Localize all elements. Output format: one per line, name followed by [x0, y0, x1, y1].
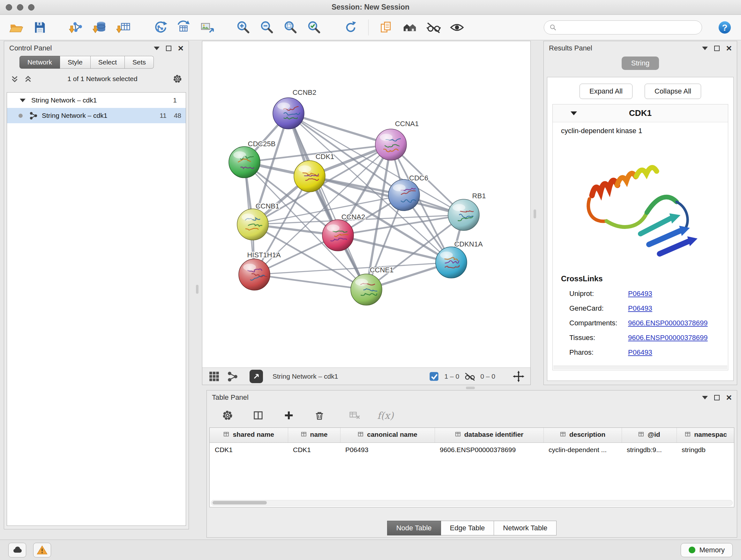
- export-view-button[interactable]: [250, 370, 263, 383]
- network-overview-icon[interactable]: [226, 370, 239, 382]
- column-header-shared-name[interactable]: shared name: [210, 428, 288, 442]
- float-window-icon[interactable]: [166, 46, 172, 51]
- birdseye-view-icon[interactable]: [208, 370, 220, 382]
- copy-document-button[interactable]: [378, 18, 394, 37]
- collapse-all-button[interactable]: Collapse All: [645, 84, 701, 99]
- network-node-CDK1[interactable]: CDK1: [294, 152, 334, 192]
- table-options-button[interactable]: [219, 407, 235, 424]
- expand-all-icon[interactable]: [23, 74, 33, 84]
- delete-column-button[interactable]: [312, 407, 327, 424]
- selected-counts: 1 – 0: [445, 373, 460, 380]
- collapse-all-icon[interactable]: [10, 74, 19, 84]
- help-button[interactable]: ?: [717, 18, 733, 37]
- zoom-in-button[interactable]: [235, 18, 252, 37]
- crosslink-link[interactable]: 9606.ENSP00000378699: [628, 334, 708, 342]
- crosslink-link[interactable]: P06493: [628, 348, 652, 357]
- panel-menu-icon[interactable]: [154, 47, 159, 50]
- crosslink-row: GeneCard:P06493: [561, 301, 720, 316]
- close-panel-icon[interactable]: ×: [726, 44, 732, 53]
- close-panel-icon[interactable]: ×: [726, 393, 732, 402]
- hidden-glasses-icon[interactable]: [464, 370, 476, 382]
- splitter-handle[interactable]: [466, 387, 475, 389]
- string-results-tab[interactable]: String: [622, 57, 659, 70]
- memory-button[interactable]: Memory: [681, 543, 733, 557]
- crosslink-link[interactable]: 9606.ENSP00000378699: [628, 319, 708, 327]
- hide-elements-button[interactable]: [425, 18, 441, 37]
- network-row[interactable]: String Network – cdk1 11 48: [7, 108, 186, 123]
- gear-icon[interactable]: [172, 73, 183, 84]
- tab-sets[interactable]: Sets: [125, 56, 154, 69]
- column-header-database-identifier[interactable]: database identifier: [434, 428, 543, 442]
- import-table-icon: [116, 20, 131, 35]
- float-window-icon[interactable]: [714, 395, 720, 400]
- zoom-window-button[interactable]: [28, 4, 35, 10]
- new-table-button[interactable]: [176, 18, 192, 37]
- tab-network-table[interactable]: Network Table: [494, 521, 556, 536]
- tab-network[interactable]: Network: [19, 56, 60, 69]
- panel-menu-icon[interactable]: [702, 396, 708, 399]
- selected-checkbox-icon[interactable]: [428, 370, 440, 382]
- results-scrollbar[interactable]: [553, 366, 727, 369]
- scrollbar-thumb[interactable]: [212, 501, 267, 504]
- disclosure-triangle-icon[interactable]: [20, 99, 25, 102]
- tab-style[interactable]: Style: [60, 56, 91, 69]
- close-button[interactable]: [6, 4, 12, 10]
- tab-edge-table[interactable]: Edge Table: [441, 521, 494, 536]
- import-table-file-button[interactable]: [116, 18, 131, 37]
- network-canvas[interactable]: CCNB2CCNA1CDC25BCDK1CDC6RB1CCNB1CCNA2CDK…: [202, 41, 530, 368]
- column-header-canonical-name[interactable]: canonical name: [340, 428, 434, 442]
- network-node-CCNB1[interactable]: CCNB1: [237, 202, 279, 240]
- zoom-out-button[interactable]: [259, 18, 275, 37]
- zoom-selected-button[interactable]: [307, 18, 322, 37]
- crosslink-link[interactable]: P06493: [628, 290, 652, 298]
- home-views-button[interactable]: [402, 18, 418, 37]
- table-cell: CDK1: [210, 442, 288, 457]
- show-elements-button[interactable]: [449, 18, 465, 37]
- minimize-button[interactable]: [17, 4, 23, 10]
- new-network-button[interactable]: [152, 18, 168, 37]
- create-column-button[interactable]: [281, 407, 297, 424]
- import-network-database-button[interactable]: [92, 18, 108, 37]
- pan-crosshair-icon[interactable]: [513, 370, 525, 382]
- show-columns-button[interactable]: [250, 407, 266, 424]
- tab-node-table[interactable]: Node Table: [387, 521, 441, 536]
- splitter-handle[interactable]: [196, 285, 199, 294]
- network-node-CCNB2[interactable]: CCNB2: [273, 88, 316, 129]
- delete-table-button-disabled[interactable]: [347, 407, 362, 424]
- tab-select[interactable]: Select: [91, 56, 125, 69]
- column-header-name[interactable]: name: [288, 428, 340, 442]
- splitter-handle[interactable]: [534, 209, 536, 219]
- float-window-icon[interactable]: [714, 46, 720, 51]
- collapse-section-icon[interactable]: [570, 111, 577, 115]
- save-session-button[interactable]: [32, 18, 48, 37]
- column-header-description[interactable]: description: [543, 428, 622, 442]
- network-node-HIST1H1A[interactable]: HIST1H1A: [239, 251, 281, 290]
- column-header--id[interactable]: @id: [622, 428, 677, 442]
- cloud-status-button[interactable]: [8, 543, 26, 557]
- network-node-RB1[interactable]: RB1: [448, 192, 486, 231]
- apply-layout-button[interactable]: [343, 18, 359, 37]
- search-input[interactable]: [559, 23, 697, 31]
- main-toolbar: ?: [0, 15, 741, 40]
- table-row[interactable]: CDK1CDK1P064939606.ENSP00000378699cyclin…: [210, 442, 734, 457]
- crosslink-row: Compartments:9606.ENSP00000378699: [561, 316, 720, 330]
- protein-section-header[interactable]: CDK1: [553, 105, 728, 122]
- network-node-label: CDC6: [409, 174, 428, 182]
- table-panel-title: Table Panel: [212, 393, 249, 401]
- column-header-namespac[interactable]: namespac: [677, 428, 734, 442]
- import-network-file-button[interactable]: [68, 18, 84, 37]
- network-node-CCNA1[interactable]: CCNA1: [375, 120, 419, 160]
- network-collection-row[interactable]: String Network – cdk1 1: [7, 92, 186, 108]
- crosslink-link[interactable]: P06493: [628, 304, 652, 313]
- zoom-fit-button[interactable]: [283, 18, 299, 37]
- string-network-icon: [29, 111, 42, 120]
- open-session-button[interactable]: [8, 18, 24, 37]
- warnings-button[interactable]: [33, 543, 51, 557]
- panel-menu-icon[interactable]: [702, 47, 708, 50]
- function-builder-button[interactable]: f(x): [377, 410, 394, 421]
- export-image-button[interactable]: [199, 18, 215, 37]
- memory-status-icon: [689, 547, 695, 553]
- close-panel-icon[interactable]: ×: [178, 44, 184, 53]
- expand-all-button[interactable]: Expand All: [580, 84, 632, 99]
- network-collection-label: String Network – cdk1: [31, 97, 173, 104]
